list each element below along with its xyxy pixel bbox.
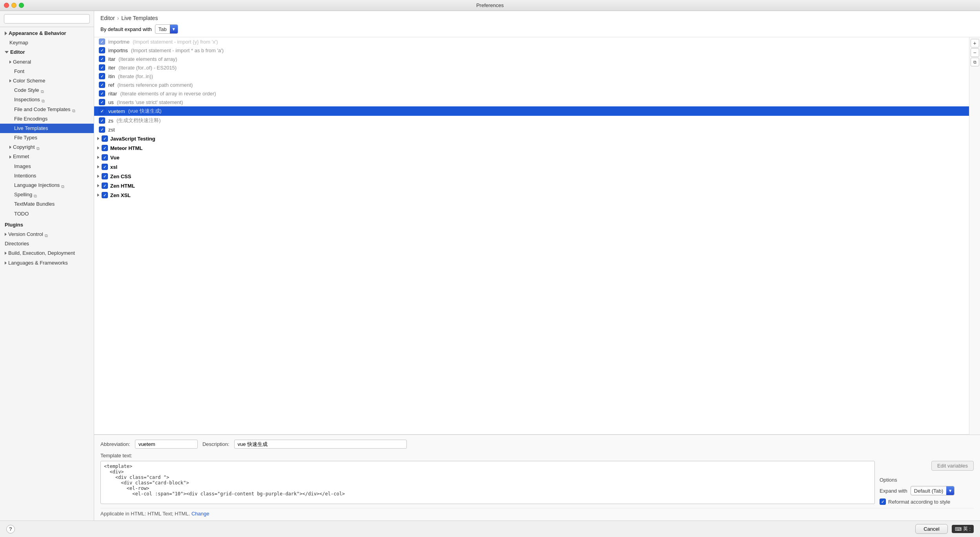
sidebar-item-languages[interactable]: Languages & Frameworks [0,258,94,268]
checkbox-zst[interactable] [99,126,105,133]
template-item-iter[interactable]: iter (Iterate (for..of) - ES2015) [94,63,969,72]
sidebar-item-color-scheme[interactable]: Color Scheme [0,76,94,86]
sidebar-item-copyright[interactable]: Copyright [0,142,94,152]
sidebar-item-spelling[interactable]: Spelling [0,190,94,199]
applicable-row: Applicable in HTML: HTML Text; HTML. Cha… [100,508,974,521]
item-desc: (Iterate (for..in)) [118,73,153,79]
maximize-button[interactable] [19,3,24,8]
group-row-zen-html[interactable]: Zen HTML [94,181,969,190]
sidebar-item-file-types[interactable]: File Types [0,133,94,142]
template-item-itin[interactable]: itin (Iterate (for..in)) [94,72,969,80]
reformat-checkbox[interactable] [880,499,886,505]
sidebar-item-directories[interactable]: Directories [0,239,94,248]
template-item-vuetem[interactable]: vuetem (vue 快速生成) [94,106,969,116]
sidebar-item-code-style[interactable]: Code Style [0,86,94,95]
edit-variables-button[interactable]: Edit variables [931,461,974,471]
checkbox-vue[interactable] [102,154,108,161]
checkbox-importme[interactable] [99,38,105,45]
cancel-button[interactable]: Cancel [915,524,947,534]
triangle-icon [5,261,7,265]
triangle-icon [97,194,99,197]
template-item-zst[interactable]: zst [94,125,969,134]
sidebar-item-emmet[interactable]: Emmet [0,152,94,161]
template-item-ref[interactable]: ref (Inserts reference path comment) [94,80,969,89]
expand-with-select[interactable]: Default (Tab) ▼ [911,486,954,495]
sidebar-item-language-injections[interactable]: Language Injections [0,181,94,190]
abbreviation-row: Abbreviation: Description: [100,440,974,449]
copy-icon [72,107,77,112]
sidebar-item-label: Emmet [13,153,29,160]
copy-icon [42,97,46,102]
triangle-icon [97,165,99,168]
minimize-button[interactable] [11,3,16,8]
checkbox-zs[interactable] [99,117,105,124]
sidebar-item-inspections[interactable]: Inspections [0,95,94,104]
expand-with-arrow-icon[interactable]: ▼ [946,486,954,495]
group-row-vue[interactable]: Vue [94,153,969,162]
item-desc: (Import statement - import {y} from 'x') [133,39,218,45]
sidebar-item-label: Keymap [9,39,28,46]
sidebar-item-build[interactable]: Build, Execution, Deployment [0,248,94,258]
template-item-importns[interactable]: importns (Import statement - import * as… [94,46,969,55]
template-item-us[interactable]: us (Inserts 'use strict' statement) [94,98,969,106]
checkbox-meteor[interactable] [102,145,108,151]
sidebar-item-file-code-templates[interactable]: File and Code Templates [0,105,94,114]
expand-select-arrow-icon[interactable]: ▼ [170,24,178,34]
sidebar-item-appearance[interactable]: Appearance & Behavior [0,29,94,38]
applicable-change-link[interactable]: Change [191,511,209,517]
description-input[interactable] [234,440,407,449]
checkbox-importns[interactable] [99,47,105,53]
expand-select[interactable]: Tab ▼ [155,24,178,34]
checkbox-zen-css[interactable] [102,173,108,179]
copy-template-button[interactable]: ⧉ [971,58,979,66]
checkbox-zen-html[interactable] [102,183,108,189]
template-list-container: importme (Import statement - import {y} … [94,37,980,521]
checkbox-itar[interactable] [99,56,105,62]
footer-right: Cancel ⌨ 英 : [915,524,974,534]
sidebar-item-font[interactable]: Font [0,67,94,76]
checkbox-js-testing[interactable] [102,135,108,142]
triangle-icon [9,60,11,64]
checkbox-us[interactable] [99,99,105,105]
checkbox-zen-xsl[interactable] [102,192,108,198]
group-row-meteor[interactable]: Meteor HTML [94,143,969,153]
lang-icon: ⌨ [955,526,962,532]
checkbox-vuetem[interactable] [99,108,105,114]
template-item-zs[interactable]: zs (生成文档快速注释) [94,116,969,125]
sidebar-item-general[interactable]: General [0,57,94,67]
sidebar-item-plugins[interactable]: Plugins [0,220,94,230]
checkbox-ref[interactable] [99,82,105,88]
remove-template-button[interactable]: − [971,48,979,57]
sidebar-item-keymap[interactable]: Keymap [0,38,94,47]
group-row-js-testing[interactable]: JavaScript Testing [94,134,969,143]
template-item-itar[interactable]: itar (Iterate elements of array) [94,55,969,63]
checkbox-xsl[interactable] [102,164,108,170]
group-row-zen-css[interactable]: Zen CSS [94,172,969,181]
sidebar-item-textmate[interactable]: TextMate Bundles [0,199,94,209]
checkbox-itin[interactable] [99,73,105,79]
breadcrumb-separator: › [117,15,119,21]
sidebar-item-file-encodings[interactable]: File Encodings [0,114,94,124]
breadcrumb-current: Live Templates [121,15,158,21]
group-row-xsl[interactable]: xsl [94,162,969,172]
close-button[interactable] [4,3,9,8]
search-input[interactable] [4,14,90,24]
sidebar-item-editor[interactable]: Editor [0,47,94,57]
template-textarea[interactable]: <template> <div> <div class="card "> <di… [100,461,875,504]
template-item-importme[interactable]: importme (Import statement - import {y} … [94,37,969,46]
add-template-button[interactable]: + [971,39,979,47]
sidebar-item-live-templates[interactable]: Live Templates [0,124,94,133]
sidebar-item-todo[interactable]: TODO [0,209,94,219]
help-button[interactable]: ? [6,525,15,533]
sidebar-item-intentions[interactable]: Intentions [0,171,94,181]
checkbox-ritar[interactable] [99,90,105,97]
sidebar-item-images[interactable]: Images [0,162,94,171]
group-row-zen-xsl[interactable]: Zen XSL [94,190,969,200]
sidebar-item-version-control[interactable]: Version Control [0,230,94,239]
item-name: ritar [108,91,117,97]
group-label: Vue [110,155,119,161]
template-item-ritar[interactable]: ritar (Iterate elements of array in reve… [94,89,969,98]
abbreviation-input[interactable] [135,440,198,449]
sidebar-item-label: Appearance & Behavior [9,30,66,37]
checkbox-iter[interactable] [99,64,105,71]
